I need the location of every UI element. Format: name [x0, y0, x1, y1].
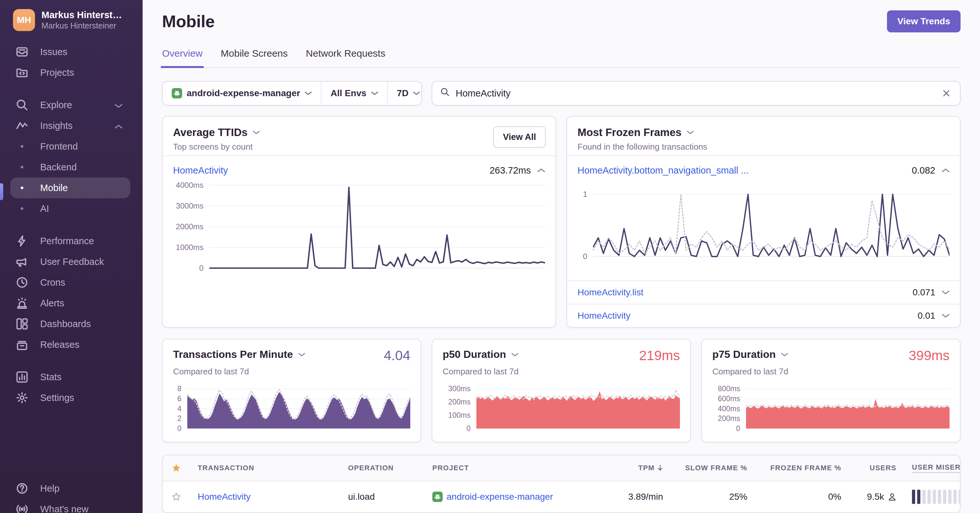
sidebar-item-label: Releases — [40, 340, 80, 350]
transactions-table: TRANSACTION OPERATION PROJECT TPM SLOW F… — [162, 455, 961, 513]
avatar: MH — [13, 9, 35, 31]
sidebar-item-mobile[interactable]: Mobile — [10, 178, 130, 198]
search-input[interactable] — [456, 88, 935, 99]
users-cell: 9.5k — [849, 492, 904, 502]
sidebar-item-ai[interactable]: AI — [10, 198, 130, 219]
sidebar-item-crons[interactable]: Crons — [10, 272, 130, 293]
card-subtitle: Compared to last 7d — [173, 367, 410, 376]
sidebar-item-label: Dashboards — [40, 319, 91, 329]
sidebar-item-user-feedback[interactable]: User Feedback — [10, 251, 130, 272]
sidebar-item-label: Issues — [40, 47, 67, 57]
filter-segmented-control: android-expense-manager All Envs 7D — [162, 81, 422, 106]
chevron-down-icon[interactable] — [298, 353, 305, 357]
sidebar-item-projects[interactable]: Projects — [10, 62, 130, 83]
transaction-link[interactable]: HomeActivity — [173, 165, 228, 176]
card-title: p50 Duration — [443, 348, 506, 361]
chevron-down-icon — [413, 91, 420, 95]
y-axis-labels: 300ms200ms100ms0 — [443, 384, 476, 433]
chevron-up-icon[interactable] — [942, 168, 950, 173]
user-misery-bars — [912, 490, 961, 504]
column-header-project[interactable]: PROJECT — [425, 464, 606, 472]
transaction-link[interactable]: HomeActivity.list — [578, 287, 643, 298]
p75-duration-card: p75 Duration 399ms Compared to last 7d 8… — [701, 339, 961, 442]
environment-selector-value: All Envs — [331, 88, 366, 98]
column-header-operation[interactable]: OPERATION — [340, 464, 425, 472]
star-outline-icon[interactable] — [172, 492, 181, 502]
sidebar-item-label: Stats — [40, 372, 62, 383]
siren-icon — [16, 297, 29, 310]
frozen-frames-value: 0.082 — [912, 165, 935, 176]
column-header-users[interactable]: USERS — [849, 464, 904, 472]
column-header-slow-frame[interactable]: SLOW FRAME % — [671, 464, 755, 472]
sidebar-item-dashboards[interactable]: Dashboards — [10, 313, 130, 334]
clock-icon — [16, 276, 29, 289]
sidebar-item-settings[interactable]: Settings — [10, 388, 130, 408]
chevron-down-icon — [371, 91, 378, 95]
org-switcher[interactable]: MH Markus Hintersteiner Markus Hinterste… — [0, 0, 143, 31]
tab-overview[interactable]: Overview — [162, 48, 202, 67]
chevron-down-icon — [115, 100, 123, 110]
view-trends-button[interactable]: View Trends — [887, 10, 961, 32]
sidebar-item-insights[interactable]: Insights — [10, 115, 130, 136]
sidebar-item-label: Explore — [40, 100, 72, 110]
user-name: Markus Hintersteiner — [41, 21, 126, 30]
sidebar-item-performance[interactable]: Performance — [10, 230, 130, 251]
tab-network-requests[interactable]: Network Requests — [306, 48, 385, 67]
chevron-down-icon[interactable] — [942, 313, 950, 318]
table-row: HomeActivity ui.load android-expense-man… — [163, 481, 960, 512]
view-all-button[interactable]: View All — [493, 126, 546, 148]
chevron-down-icon[interactable] — [253, 130, 260, 135]
column-header-user-misery[interactable]: USER MISERY — [904, 463, 961, 473]
favorite-column-header[interactable] — [163, 463, 190, 473]
tpm-cell: 3.89/min — [606, 492, 671, 502]
sidebar-item-frontend[interactable]: Frontend — [10, 136, 130, 157]
sidebar-item-stats[interactable]: Stats — [10, 367, 130, 388]
sidebar-footer: Help What's new — [0, 478, 143, 513]
chevron-up-icon — [115, 121, 123, 131]
ttid-line-chart — [209, 184, 545, 269]
chevron-down-icon[interactable] — [687, 130, 694, 135]
most-frozen-frames-card: Most Frozen Frames Found in the followin… — [566, 116, 961, 328]
bullet-icon — [16, 202, 29, 215]
column-header-frozen-frame[interactable]: FROZEN FRAME % — [755, 464, 849, 472]
chevron-down-icon[interactable] — [942, 290, 950, 295]
sidebar-item-label: Backend — [40, 162, 77, 173]
chevron-down-icon[interactable] — [781, 353, 788, 357]
sidebar-item-label: AI — [40, 203, 49, 214]
ttid-value: 263.72ms — [490, 165, 531, 176]
bullet-icon — [16, 181, 29, 194]
project-selector[interactable]: android-expense-manager — [163, 82, 321, 105]
tab-mobile-screens[interactable]: Mobile Screens — [221, 48, 288, 67]
card-subtitle: Top screens by count — [173, 142, 545, 152]
sidebar-item-whats-new[interactable]: What's new — [10, 499, 130, 513]
tpm-card: Transactions Per Minute 4.04 Compared to… — [162, 339, 421, 442]
app-root: MH Markus Hintersteiner Markus Hinterste… — [0, 0, 980, 513]
sidebar-item-releases[interactable]: Releases — [10, 334, 130, 355]
chevron-down-icon[interactable] — [511, 353, 519, 357]
transaction-link[interactable]: HomeActivity.bottom_navigation_small ... — [578, 165, 749, 176]
p75-value: 399ms — [909, 348, 950, 364]
sidebar-item-explore[interactable]: Explore — [10, 95, 130, 115]
chevron-up-icon[interactable] — [537, 168, 545, 173]
environment-selector[interactable]: All Envs — [321, 82, 387, 105]
y-axis-labels: 10 — [574, 190, 593, 261]
column-header-transaction[interactable]: TRANSACTION — [190, 464, 340, 472]
transaction-link[interactable]: HomeActivity — [198, 492, 250, 502]
stats-icon — [16, 370, 29, 383]
frozen-frame-cell: 0% — [755, 492, 849, 502]
sidebar-item-backend[interactable]: Backend — [10, 157, 130, 178]
sidebar-item-label: Projects — [40, 67, 74, 78]
project-link[interactable]: android-expense-manager — [447, 492, 553, 502]
transaction-link[interactable]: HomeActivity — [578, 311, 630, 321]
avg-ttids-card: Average TTIDs Top screens by count View … — [162, 116, 556, 328]
sidebar-item-label: Settings — [40, 392, 74, 403]
sidebar-item-label: Insights — [40, 121, 73, 131]
clear-search-icon[interactable] — [940, 87, 952, 99]
date-range-selector[interactable]: 7D — [387, 82, 430, 105]
frozen-accordion-row: HomeActivity.bottom_navigation_small ...… — [567, 156, 960, 184]
sidebar-item-issues[interactable]: Issues — [10, 41, 130, 62]
sidebar-item-alerts[interactable]: Alerts — [10, 293, 130, 313]
sidebar-item-label: User Feedback — [40, 256, 104, 267]
column-header-tpm[interactable]: TPM — [606, 464, 671, 472]
sidebar-item-help[interactable]: Help — [10, 478, 130, 499]
